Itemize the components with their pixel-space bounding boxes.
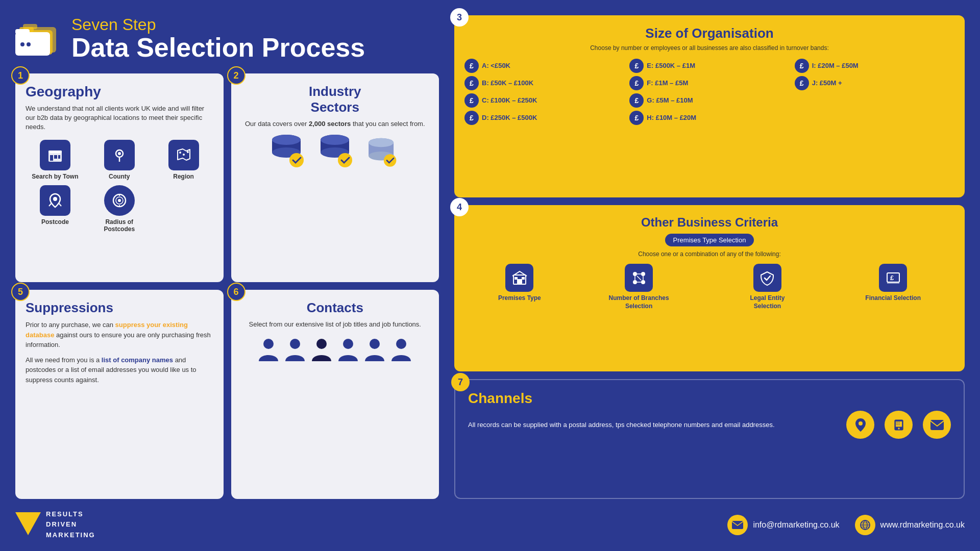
search-town-label: Search by Town [32,173,78,180]
legal-entity-item: Legal Entity Selection [737,264,798,310]
svg-rect-62 [897,423,898,423]
step3-title: Size of Organisation [464,26,954,41]
size-label-e: E: £500K – £1M [647,62,695,69]
step3-badge: 3 [450,8,469,27]
left-column: 1 Geography We understand that not all c… [15,73,439,499]
search-town-icon [40,140,70,170]
step5-para1: Prior to any purchase, we can suppress y… [26,320,213,350]
email-contact: info@rdmarketing.co.uk [727,515,839,535]
step7-title: Channels [468,390,951,407]
size-label-d: D: £250K – £500K [482,114,537,121]
step2-card: 2 IndustrySectors Our data covers over 2… [231,73,439,282]
channels-icons [846,411,951,439]
logo-line1: RESULTS [46,509,95,520]
person-icons [241,337,429,363]
db-icons [241,134,429,169]
header-subtitle: Seven Step [71,15,365,34]
svg-point-7 [27,42,31,46]
geo-region: Region [154,140,213,180]
svg-point-54 [859,421,863,425]
legal-entity-label: Legal Entity Selection [737,294,798,310]
svg-point-40 [343,339,353,349]
legal-entity-icon [753,264,781,292]
size-item-c: £ C: £100K – £250K [464,93,624,108]
svg-rect-60 [899,422,900,422]
step1-card: 1 Geography We understand that not all c… [15,73,224,282]
step2-badge: 2 [227,66,246,85]
logo-text: RESULTS DRIVEN MARKETING [46,509,95,541]
svg-point-14 [118,152,121,155]
logo: RESULTS DRIVEN MARKETING [15,509,95,541]
county-label: County [109,173,130,180]
svg-marker-68 [15,512,41,535]
svg-point-26 [289,153,304,167]
header: Seven Step Data Selection Process [15,15,439,66]
svg-rect-69 [732,521,743,529]
step1-badge: 1 [11,66,30,85]
channels-content: Channels All records can be supplied wit… [468,390,951,439]
radius-icon [104,185,135,216]
geo-county: County [90,140,149,180]
pound-icon-e: £ [629,59,644,73]
step5-title: Suppressions [26,300,213,316]
email-channel-icon [923,411,951,439]
svg-point-16 [183,154,185,156]
size-item-j: £ J: £50M + [795,76,954,90]
svg-point-47 [633,272,637,276]
size-item-h: £ H: £10M – £20M [629,111,789,125]
size-label-h: H: £10M – £20M [647,114,696,121]
premises-type-item: Premises Type [498,264,541,303]
website-contact: www.rdmarketing.co.uk [855,515,965,535]
svg-point-48 [641,272,645,276]
branches-item: Number of Branches Selection [608,264,670,310]
svg-point-37 [263,339,274,349]
step4-card: 4 Other Business Criteria Premises Type … [454,205,965,371]
step3-subtitle: Choose by number or employees or all bus… [464,44,954,53]
step6-title: Contacts [241,300,429,316]
svg-rect-53 [887,282,899,284]
geo-radius: Radius of Postcodes [90,185,149,233]
step3-card: 3 Size of Organisation Choose by number … [454,15,965,197]
email-address: info@rdmarketing.co.uk [753,520,839,530]
pound-icon-d: £ [464,111,479,125]
geo-search-town: Search by Town [26,140,85,180]
pound-icon-g: £ [629,93,644,108]
logo-chevron [15,512,41,537]
svg-point-50 [641,280,645,284]
county-icon [104,140,135,170]
svg-rect-44 [517,279,522,284]
step5-card: 5 Suppressions Prior to any purchase, we… [15,290,224,498]
pound-icon-f: £ [629,76,644,90]
svg-point-21 [118,199,121,202]
channels-description: All records can be supplied with a posta… [468,420,846,430]
region-icon [168,140,199,170]
branches-icon [625,264,653,292]
size-label-i: I: £20M – £50M [812,62,859,69]
svg-point-17 [187,151,189,153]
svg-point-35 [369,138,394,147]
svg-rect-59 [897,422,898,422]
logo-line3: MARKETING [46,530,95,541]
svg-point-30 [321,135,349,145]
svg-rect-46 [522,277,525,280]
financial-icon: £ [879,264,907,292]
pound-icon-j: £ [795,76,809,90]
size-label-f: F: £1M – £5M [647,79,688,87]
size-item-b: £ B: £50K – £100K [464,76,624,90]
svg-point-36 [384,154,397,167]
step6-card: 6 Contacts Select from our extensive lis… [231,290,439,498]
header-text: Seven Step Data Selection Process [71,15,365,61]
svg-point-25 [272,135,301,145]
svg-point-41 [370,339,380,349]
step4-choose-text: Choose one or a combination of any of th… [464,251,954,258]
svg-rect-10 [50,155,53,161]
premises-type-icon [505,264,533,292]
other-business-icons: Premises Type Number of Branches Selecti… [464,264,954,310]
step5-para2: All we need from you is a list of compan… [26,355,213,385]
svg-rect-58 [896,422,897,422]
location-channel-icon [846,411,874,439]
svg-point-39 [316,339,327,349]
svg-point-49 [633,280,637,284]
financial-item: £ Financial Selection [865,264,921,303]
postcode-label: Postcode [41,218,69,226]
